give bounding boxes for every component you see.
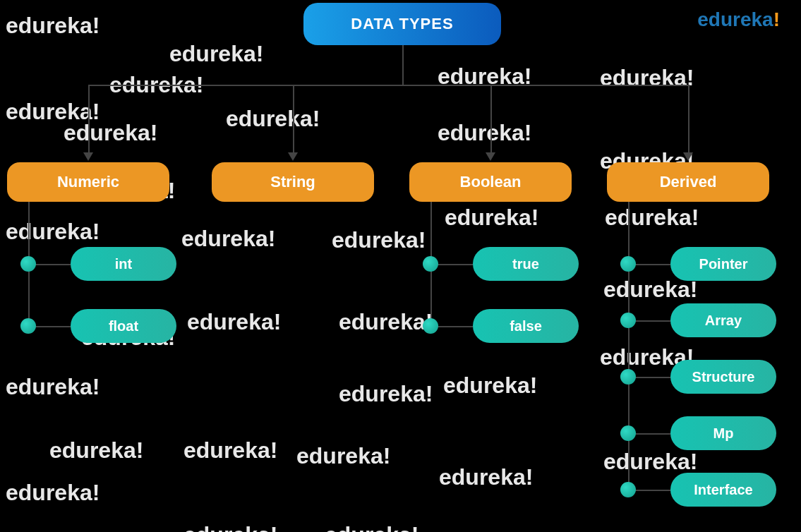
watermark: edureka! (443, 373, 537, 399)
watermark: edureka! (6, 219, 100, 245)
arrow-head-icon (288, 152, 298, 161)
watermark: edureka! (169, 41, 263, 67)
root-node: DATA TYPES (303, 3, 501, 45)
connector-line (490, 85, 492, 154)
connector-line (88, 85, 90, 154)
leaf-label: Pointer (699, 256, 748, 272)
category-label: String (270, 173, 315, 191)
connector-dot-icon (423, 318, 438, 334)
watermark: edureka! (600, 65, 694, 91)
connector-dot-icon (20, 256, 36, 272)
watermark: edureka! (332, 227, 426, 253)
watermark: edureka! (325, 522, 418, 532)
leaf-node: Mp (670, 416, 776, 450)
arrow-head-icon (486, 152, 495, 161)
connector-dot-icon (620, 369, 636, 385)
watermark: edureka! (187, 309, 281, 335)
category-node: Numeric (7, 162, 169, 202)
connector-dot-icon (620, 482, 636, 497)
root-label: DATA TYPES (351, 15, 453, 33)
connector-dot-icon (20, 318, 36, 334)
leaf-node: true (473, 247, 579, 281)
leaf-node: false (473, 309, 579, 343)
connector-line (88, 85, 688, 86)
leaf-node: int (71, 247, 176, 281)
leaf-node: Structure (670, 360, 776, 394)
arrow-head-icon (683, 152, 693, 161)
watermark: edureka! (439, 464, 533, 490)
leaf-label: Array (705, 313, 742, 329)
connector-dot-icon (620, 313, 636, 328)
leaf-label: int (115, 256, 132, 272)
category-label: Boolean (460, 173, 522, 191)
connector-line (628, 202, 630, 490)
leaf-label: false (510, 318, 542, 334)
connector-line (402, 45, 404, 85)
diagram-stage: edureka!edureka!edureka!edureka!edureka!… (0, 0, 801, 532)
connector-line (688, 85, 689, 154)
leaf-label: true (512, 256, 539, 272)
watermark: edureka! (445, 205, 538, 231)
watermark: edureka! (6, 374, 100, 400)
watermark: edureka! (438, 120, 531, 146)
leaf-label: Interface (694, 482, 752, 498)
watermark: edureka! (339, 309, 433, 335)
brand-logo: edureka! (697, 8, 780, 31)
watermark: edureka! (183, 522, 277, 532)
watermark: edureka! (226, 106, 320, 132)
category-node: Derived (607, 162, 769, 202)
watermark: edureka! (296, 443, 390, 469)
leaf-node: Interface (670, 473, 776, 507)
watermark: edureka! (183, 437, 277, 464)
watermark: edureka! (6, 13, 100, 39)
leaf-node: Pointer (670, 247, 776, 281)
category-label: Numeric (57, 173, 119, 191)
watermark: edureka! (605, 205, 699, 231)
brand-bang: ! (773, 8, 780, 30)
watermark: edureka! (339, 381, 433, 407)
arrow-head-icon (83, 152, 93, 161)
watermark: edureka! (6, 480, 100, 506)
brand-name: edureka (697, 8, 773, 30)
watermark: edureka! (603, 449, 697, 475)
leaf-node: Array (670, 303, 776, 337)
category-label: Derived (660, 173, 717, 191)
watermark: edureka! (49, 437, 143, 464)
connector-dot-icon (423, 256, 438, 272)
watermark: edureka! (181, 226, 275, 252)
watermark: edureka! (64, 120, 157, 146)
leaf-label: Structure (692, 369, 755, 385)
watermark: edureka! (6, 99, 100, 125)
connector-dot-icon (620, 425, 636, 441)
category-node: Boolean (409, 162, 572, 202)
connector-dot-icon (620, 256, 636, 272)
leaf-label: Mp (713, 425, 734, 442)
category-node: String (212, 162, 374, 202)
connector-line (293, 85, 294, 154)
leaf-node: float (71, 309, 176, 343)
leaf-label: float (109, 318, 138, 334)
